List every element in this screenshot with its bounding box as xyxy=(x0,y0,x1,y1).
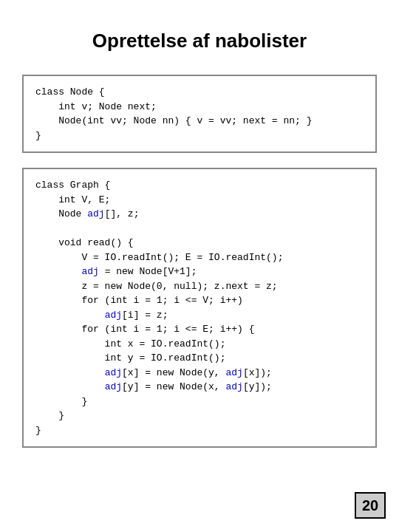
code-line: void read() { xyxy=(35,236,364,250)
page-number: 20 xyxy=(355,492,386,519)
code-line: adj[x] = new Node(y, adj[x]); xyxy=(35,366,364,381)
code-line: Node adj[], z; xyxy=(35,207,364,222)
code-line: } xyxy=(35,395,364,409)
code-line: } xyxy=(35,129,364,143)
code-box-node: class Node { int v; Node next; Node(int … xyxy=(22,75,377,153)
code-line: int x = IO.readInt(); xyxy=(35,337,364,352)
code-line: class Graph { xyxy=(35,178,364,193)
code-line: z = new Node(0, null); z.next = z; xyxy=(35,279,364,294)
code-line xyxy=(35,222,364,236)
code-line: int V, E; xyxy=(35,193,364,208)
code-line: adj = new Node[V+1]; xyxy=(35,265,364,279)
code-line: int y = IO.readInt(); xyxy=(35,351,364,366)
code-line: class Node { xyxy=(35,85,364,100)
code-line: } xyxy=(35,423,364,438)
page-title: Oprettelse af nabolister xyxy=(0,30,399,52)
code-line: V = IO.readInt(); E = IO.readInt(); xyxy=(35,250,364,265)
code-box-graph: class Graph { int V, E; Node adj[], z; v… xyxy=(22,168,377,448)
code-line: adj[y] = new Node(x, adj[y]); xyxy=(35,380,364,395)
code-line: for (int i = 1; i <= E; i++) { xyxy=(35,322,364,337)
code-line: Node(int vv; Node nn) { v = vv; next = n… xyxy=(35,114,364,129)
code-line: } xyxy=(35,409,364,423)
code-line: for (int i = 1; i <= V; i++) xyxy=(35,293,364,308)
code-line: int v; Node next; xyxy=(35,100,364,115)
code-line: adj[i] = z; xyxy=(35,308,364,323)
